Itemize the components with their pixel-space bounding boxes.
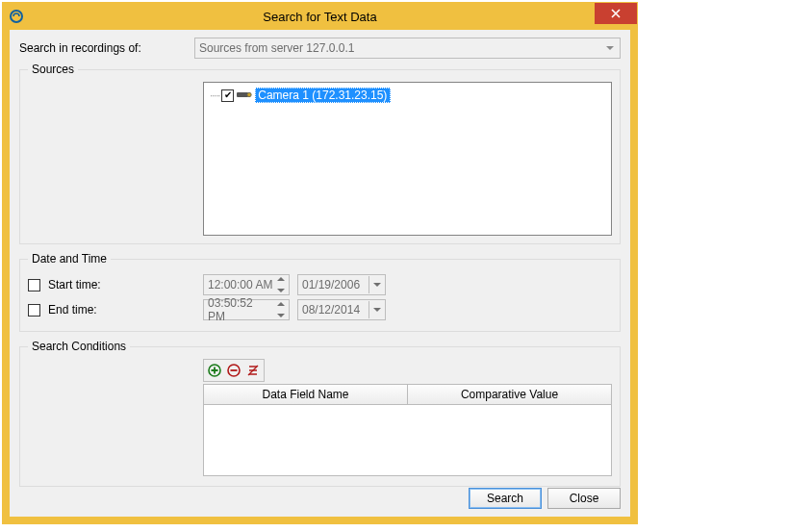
chevron-down-icon[interactable] xyxy=(369,301,384,318)
conditions-toolbar xyxy=(203,359,265,382)
end-time-checkbox[interactable] xyxy=(28,304,40,317)
column-header-field[interactable]: Data Field Name xyxy=(203,384,408,405)
search-in-combo[interactable]: Sources from server 127.0.0.1 xyxy=(194,38,621,59)
titlebar-title: Search for Text Data xyxy=(3,10,637,24)
svg-point-0 xyxy=(11,11,22,22)
clear-conditions-button[interactable] xyxy=(243,361,263,380)
remove-condition-button[interactable] xyxy=(224,361,243,380)
tree-item-label[interactable]: Camera 1 (172.31.23.15) xyxy=(255,88,391,103)
end-time-label: End time: xyxy=(48,303,97,317)
start-time-value: 12:00:00 AM xyxy=(208,278,272,291)
tree-item[interactable]: ····· ✔ Camera 1 (172.31.23.15) xyxy=(208,87,607,104)
app-icon xyxy=(9,9,24,24)
tree-connector: ····· xyxy=(210,89,219,101)
svg-point-2 xyxy=(247,92,251,96)
client-area: Search in recordings of: Sources from se… xyxy=(10,30,630,517)
camera-icon xyxy=(237,89,252,101)
chevron-down-icon xyxy=(606,46,614,50)
search-button[interactable]: Search xyxy=(469,488,542,509)
datetime-group: Date and Time Start time: 12:00:00 AM 01… xyxy=(19,252,621,332)
dialog-window: Search for Text Data Search in recording… xyxy=(2,2,638,524)
tree-checkbox[interactable]: ✔ xyxy=(221,89,234,102)
start-date-value: 01/19/2006 xyxy=(302,278,360,291)
add-condition-button[interactable] xyxy=(205,361,224,380)
svg-rect-1 xyxy=(237,92,248,97)
start-time-label: Start time: xyxy=(48,278,101,291)
chevron-down-icon[interactable] xyxy=(369,276,384,293)
spinner-icon[interactable] xyxy=(275,276,287,293)
end-time-field[interactable]: 03:50:52 PM xyxy=(203,299,290,320)
close-icon[interactable] xyxy=(595,3,637,24)
close-button[interactable]: Close xyxy=(547,488,621,509)
start-date-field[interactable]: 01/19/2006 xyxy=(297,274,386,295)
conditions-body[interactable] xyxy=(203,405,612,476)
start-time-field[interactable]: 12:00:00 AM xyxy=(203,274,290,295)
sources-legend: Sources xyxy=(28,63,78,76)
end-time-value: 03:50:52 PM xyxy=(208,296,273,323)
conditions-table: Data Field Name Comparative Value xyxy=(203,384,612,476)
datetime-legend: Date and Time xyxy=(28,252,111,266)
spinner-icon[interactable] xyxy=(275,301,287,318)
conditions-legend: Search Conditions xyxy=(28,340,130,353)
end-date-field[interactable]: 08/12/2014 xyxy=(297,299,386,320)
end-date-value: 08/12/2014 xyxy=(302,303,360,317)
search-in-label: Search in recordings of: xyxy=(19,41,194,55)
conditions-header: Data Field Name Comparative Value xyxy=(203,384,612,405)
start-time-checkbox[interactable] xyxy=(28,279,40,291)
search-in-value: Sources from server 127.0.0.1 xyxy=(199,41,354,55)
conditions-group: Search Conditions xyxy=(19,340,621,487)
titlebar[interactable]: Search for Text Data xyxy=(3,3,637,30)
column-header-value[interactable]: Comparative Value xyxy=(408,384,612,405)
sources-tree[interactable]: ····· ✔ Camera 1 (172.31.23.15) xyxy=(203,82,612,236)
sources-group: Sources ····· ✔ Camera 1 (172.31.23.15) xyxy=(19,63,621,244)
dialog-footer: Search Close xyxy=(469,488,621,509)
